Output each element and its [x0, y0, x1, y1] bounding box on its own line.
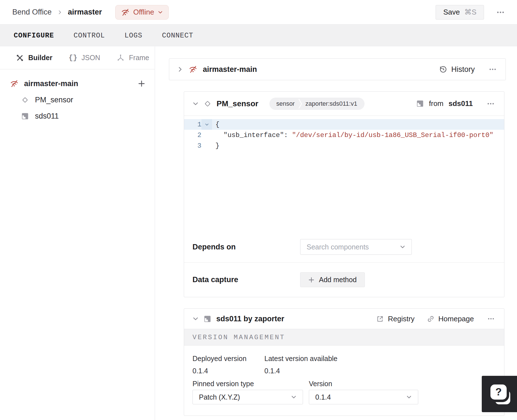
diamond-icon [21, 96, 29, 104]
tree-item-sds011[interactable]: sds011 [0, 108, 155, 124]
module-card-sds011: sds011 by zaporter Registry Homepage [184, 308, 504, 416]
help-button[interactable]: ? [482, 376, 517, 412]
data-capture-row: Data capture Add method [184, 262, 504, 297]
tab-configure[interactable]: CONFIGURE [13, 30, 55, 41]
ellipsis-icon [489, 65, 497, 73]
depends-on-placeholder: Search components [307, 243, 369, 251]
mode-json[interactable]: {} JSON [69, 54, 100, 62]
wifi-off-icon [189, 65, 197, 74]
version-label: Version [309, 380, 332, 388]
code-key: "usb_interface": [215, 131, 292, 139]
line-number: 3 [184, 142, 201, 150]
header-overflow-menu-button[interactable] [495, 7, 506, 18]
breadcrumb-location[interactable]: Bend Office [12, 8, 52, 16]
from-module-link[interactable]: sds011 [448, 99, 473, 108]
save-button[interactable]: Save ⌘S [436, 5, 484, 20]
chevron-right-icon[interactable] [177, 66, 183, 72]
link-icon [427, 315, 434, 323]
module-menu-button[interactable] [486, 314, 496, 324]
config-main: airmaster-main History PM_sensor [155, 46, 517, 420]
mode-builder[interactable]: Builder [16, 54, 52, 62]
mode-json-label: JSON [81, 54, 100, 62]
add-component-button[interactable] [138, 80, 145, 87]
tree-item-pm-sensor[interactable]: PM_sensor [0, 92, 155, 108]
pinned-version-type-value: Patch (X.Y.Z) [199, 393, 240, 401]
frame-icon [116, 54, 125, 62]
version-select[interactable]: 0.1.4 [309, 390, 418, 404]
line-number: 1 [184, 121, 201, 128]
sidebar: Builder {} JSON Frame airmaster-main [0, 46, 155, 420]
view-mode-switcher: Builder {} JSON Frame [0, 46, 155, 69]
data-capture-label: Data capture [192, 275, 300, 284]
latest-version-value: 0.1.4 [264, 367, 280, 375]
from-label: from [429, 99, 443, 108]
pinned-version-type-select[interactable]: Patch (X.Y.Z) [192, 390, 303, 404]
history-icon [439, 65, 447, 74]
machine-part-title: airmaster-main [203, 65, 257, 74]
module-title: sds011 by zaporter [216, 315, 284, 323]
machine-tree: airmaster-main PM_sensor sds011 [0, 69, 155, 124]
component-card-pm-sensor: PM_sensor sensor zaporter:sds011:v1 from… [184, 91, 504, 297]
save-shortcut: ⌘S [464, 8, 476, 16]
tab-connect[interactable]: CONNECT [161, 30, 194, 41]
tab-logs[interactable]: LOGS [124, 30, 143, 41]
module-icon [204, 315, 211, 323]
component-header-actions: from sds011 [416, 99, 496, 109]
depends-on-row: Depends on Search components [184, 232, 504, 262]
chevron-down-icon[interactable] [192, 101, 199, 107]
version-management-body: Deployed version Latest version availabl… [184, 346, 504, 416]
code-fold-toggle[interactable] [201, 119, 212, 130]
machine-part-menu-button[interactable] [488, 64, 498, 74]
homepage-link[interactable]: Homepage [427, 315, 474, 323]
registry-link[interactable]: Registry [376, 315, 414, 323]
add-method-label: Add method [319, 276, 357, 284]
add-method-button[interactable]: Add method [300, 272, 365, 287]
module-card-header: sds011 by zaporter Registry Homepage [184, 309, 504, 329]
history-button[interactable]: History [439, 65, 475, 74]
ellipsis-icon [496, 8, 505, 16]
tools-icon [16, 54, 24, 62]
badge-type: sensor [269, 100, 298, 107]
fold-chevron-icon [205, 122, 209, 127]
component-menu-button[interactable] [486, 99, 496, 109]
chevron-down-icon[interactable] [192, 316, 199, 322]
top-header: Bend Office airmaster Offline Save ⌘S [0, 0, 517, 25]
pinned-version-type-label: Pinned version type [192, 380, 254, 388]
tab-control[interactable]: CONTROL [73, 30, 105, 41]
chevron-down-icon [400, 244, 405, 250]
tree-item-label: airmaster-main [24, 79, 78, 88]
badge-separator-icon [298, 98, 302, 110]
chevron-down-icon [158, 10, 163, 15]
code-line-3: 3 } [184, 140, 504, 151]
tree-item-label: PM_sensor [35, 96, 73, 104]
depends-on-select[interactable]: Search components [300, 239, 412, 255]
machine-status-dropdown[interactable]: Offline [115, 5, 169, 20]
braces-icon: {} [69, 54, 77, 62]
code-text: { [212, 121, 219, 128]
breadcrumb: Bend Office airmaster Offline [12, 5, 169, 20]
version-management-section-header: VERSION MANAGEMENT [184, 329, 504, 346]
component-title: PM_sensor [217, 99, 258, 108]
machine-part-card: airmaster-main History [169, 58, 506, 80]
mode-builder-label: Builder [28, 54, 52, 62]
machine-status-label: Offline [133, 8, 154, 16]
code-string-value: "/dev/serial/by-id/usb-1a86_USB_Serial-i… [292, 131, 494, 139]
module-icon [416, 100, 424, 107]
chevron-down-icon [291, 394, 297, 400]
attributes-code-editor[interactable]: 1 { 2 "usb_interface": "/dev/serial/by-i… [184, 116, 504, 232]
diamond-icon [204, 100, 212, 108]
module-icon [21, 112, 29, 120]
code-line-2: 2 "usb_interface": "/dev/serial/by-id/us… [184, 130, 504, 140]
app-root: Bend Office airmaster Offline Save ⌘S CO… [0, 0, 517, 420]
plus-icon [308, 277, 314, 283]
mode-frame-label: Frame [129, 54, 149, 62]
chevron-down-icon [406, 394, 412, 400]
badge-model: zaporter:sds011:v1 [302, 100, 364, 107]
mode-frame[interactable]: Frame [116, 54, 149, 62]
tree-item-airmaster-main[interactable]: airmaster-main [0, 75, 155, 92]
history-label: History [451, 65, 475, 74]
version-value: 0.1.4 [315, 393, 331, 401]
tree-item-label: sds011 [35, 112, 59, 121]
component-type-badge: sensor zaporter:sds011:v1 [269, 98, 365, 110]
header-actions: Save ⌘S [436, 5, 506, 20]
